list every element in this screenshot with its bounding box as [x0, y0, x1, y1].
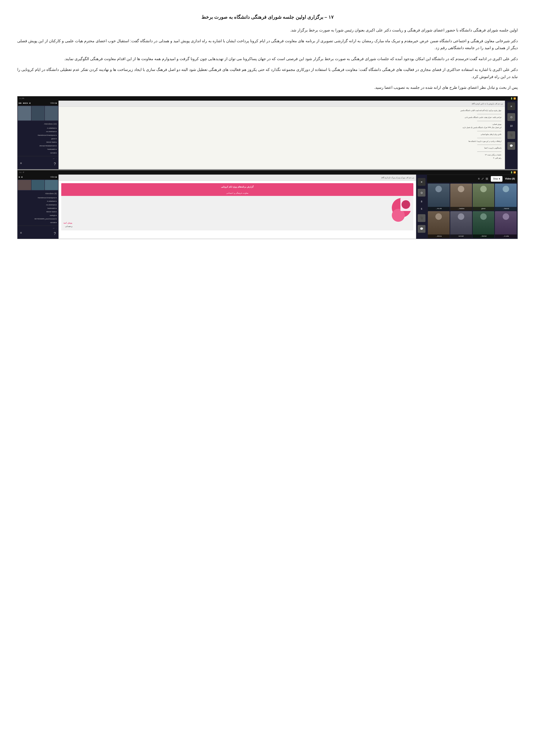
chat-icon-top[interactable]: 💬 — [507, 142, 515, 150]
attendee-3: ▸ Hamidreza Emamipour — [19, 134, 57, 137]
right-panel-bottom-icons-2: ? ≡ — [17, 229, 58, 239]
menu-lines-icon-bottom[interactable]: ≡ — [19, 229, 23, 238]
b-attendee-1: ▸ Hamidreza Emamipour — [19, 196, 57, 200]
participant-name-2: giase — [473, 207, 494, 210]
status-time-top: ۱۱:۲۹ — [19, 97, 24, 100]
attendees-title-bottom: Attendees (8) — [19, 192, 57, 195]
participant-name-5: m.alia... — [495, 234, 517, 238]
rv-cell-3 — [18, 180, 31, 190]
rv-cell-1 — [45, 180, 58, 190]
paragraph-5: پس از بحث و تبادل نظر اعضای شورا طرح های… — [17, 84, 518, 91]
video-grid-bottom: Hamid... giase hadiza... mr.shi... — [427, 183, 518, 239]
doc-filename-bottom: پی.دی.اف.پوران ویران ورک نازداری.pdf — [381, 176, 414, 179]
participant-name-7: nemati — [450, 234, 472, 238]
paragraph-2: دکتر شیرخانی معاون فرهنگی و اجتماعی دانش… — [17, 38, 518, 51]
status-bar-top: 📶 🔋 ۱۱:۲۹ — [17, 96, 518, 101]
menu-icon-bottom-sidebar[interactable]: ≡ — [418, 178, 425, 186]
b-attendee-6: ▸ sadegh — [19, 214, 57, 217]
right-panel-bottom-icons: ? ≡ — [17, 159, 58, 169]
attendees-bottom: Attendees (8) ▸ Hamidreza Emamipour ▸ m.… — [17, 191, 58, 226]
bottom-left-panel: Video (8) ● Stop ⊞ ⤢ ≡ — [427, 175, 518, 239]
chat-icon-bottom[interactable]: 💬 — [418, 225, 425, 233]
screenshot-bottom: 📶 🔋 ۱۱:۰۳ Video (8) ● Stop ⊞ ⤢ — [17, 170, 518, 239]
right-panel-top: ▶ Video ◀▶◀◀▶▶ Attendees (10) ▸ m.aliakb… — [17, 101, 58, 169]
doc-toolbar-top: پی.دی.اف.پاروش.یا.نه تاس اوچزد.pdf — [59, 101, 505, 107]
paragraph-1: اولین جلسه شورای فرهنگی دانشگاه با حضور … — [17, 27, 518, 34]
doc-toolbar-bottom: پی.دی.اف.پوران ویران ورک نازداری.pdf — [59, 175, 416, 180]
doc-image-area: پویش امید و همدلی — [61, 196, 413, 230]
stop-label: Stop — [493, 177, 498, 181]
participant-count-bottom: 8 — [421, 200, 422, 204]
participant-name-6: Mehdi... — [473, 234, 494, 238]
screenshot-top: 📶 🔋 ۱۱:۲۹ ≡ ⊙ 10 🎥 💬 پی.دی.اف.پاروش.یا.ن… — [17, 96, 518, 169]
toolbar-icons-bottom: ⊞ ⤢ ≡ — [478, 176, 488, 181]
attendee-2: ▸ mr.shirkhani — [19, 130, 57, 133]
video-participant-5: m.alia... — [495, 211, 517, 238]
paragraph-4: دکتر علی اکبری با اشاره به استفاده حداکث… — [17, 66, 518, 80]
status-icons-top: 📶 🔋 — [510, 97, 516, 100]
participant-count-bottom-2: 6 — [421, 207, 422, 211]
screenshots-container: 📶 🔋 ۱۱:۲۹ ≡ ⊙ 10 🎥 💬 پی.دی.اف.پاروش.یا.ن… — [17, 96, 518, 239]
attendee-7: ▸ hadizadeh — [19, 148, 57, 151]
attendee-8: ▸ nemati — [19, 151, 57, 155]
video-participant-6: Mehdi... — [473, 211, 494, 238]
menu-icon-top[interactable]: ≡ — [507, 102, 515, 110]
right-panel-bottom: ▶ Video ◀▶ Attendees (8) ▸ Hamidreza Ema… — [17, 175, 58, 239]
stop-icon: ● — [499, 177, 500, 181]
participant-name-8: Ahma... — [428, 234, 450, 238]
status-bar-bottom: 📶 🔋 ۱۱:۰۳ — [17, 170, 518, 175]
video-label-right-bottom: ▶ Video ◀▶ — [17, 175, 58, 179]
video-participant-4: mr.shi... — [428, 184, 450, 210]
video-participant-8: Ahma... — [428, 211, 450, 238]
target-icon-bottom[interactable]: ⊙ — [418, 189, 425, 197]
participant-count-top: 10 — [510, 124, 513, 128]
chat-top: Chat رو سلام. با پورموسوی. SEYEDAMIN_pou… — [17, 156, 58, 159]
b-attendee-2: ▸ m.aliakbari — [19, 200, 57, 203]
participant-name-1: Hamid... — [495, 207, 517, 210]
b-attendee-5: ▸ Mehdi Saidi — [19, 210, 57, 214]
pdf-lines-top: چهار رفزی مرکزی ارانه آیام نامه اپنیت ال… — [62, 109, 501, 160]
doc-logo-area — [401, 198, 411, 211]
bottom-toolbar: Video (8) ● Stop ⊞ ⤢ ≡ — [427, 175, 518, 183]
stop-button[interactable]: ● Stop — [491, 176, 502, 182]
main-doc-top: پی.دی.اف.پاروش.یا.نه تاس اوچزد.pdf چهار … — [58, 101, 505, 169]
chat-bottom: Chat جمع ری پورموسوی. hadizadeh: دورم دو… — [17, 226, 58, 229]
video-cell-2 — [32, 106, 44, 121]
menu-icon-bottom[interactable]: ≡ — [478, 176, 480, 181]
doc-content-top: چهار رفزی مرکزی ارانه آیام نامه اپنیت ال… — [59, 107, 505, 169]
left-sidebar-bottom: ≡ ⊙ 8 6 🎥 💬 — [416, 175, 427, 239]
grid-icon[interactable]: ⊞ — [486, 176, 488, 181]
camera-icon-top[interactable]: 🎥 — [507, 131, 515, 139]
video-badge: Video (8) — [505, 177, 515, 181]
help-icon-bottom[interactable]: ? — [53, 229, 57, 238]
participant-name-4: mr.shi... — [428, 207, 450, 210]
attendee-4: ▸ giase — [19, 137, 57, 141]
rv-cell-2 — [32, 180, 44, 190]
b-attendee-4: ▸ hadizadeh — [19, 207, 57, 210]
video-label-top: ▶ Video ◀▶◀◀▶▶ — [17, 101, 58, 105]
camera-icon-bottom[interactable]: 🎥 — [418, 214, 425, 222]
help-icon-top[interactable]: ? — [53, 160, 57, 168]
b-attendee-8: ▸ nemati — [19, 221, 57, 224]
video-cell-3 — [18, 106, 31, 121]
attendee-5: ▸ Mehdi Saidi — [19, 141, 57, 144]
menu-lines-icon-top[interactable]: ≡ — [19, 160, 23, 168]
video-participant-1: Hamid... — [495, 184, 517, 210]
video-participant-2: giase — [473, 184, 494, 210]
video-participant-7: nemati — [450, 211, 472, 238]
attendee-1: ▸ m.aliakbari — [19, 126, 57, 130]
left-sidebar-top: ≡ ⊙ 10 🎥 💬 — [505, 101, 518, 169]
fullscreen-icon[interactable]: ⤢ — [481, 176, 484, 181]
status-icons-bottom: 📶 🔋 — [510, 171, 516, 174]
paragraph-3: دکتر علی اکبری در ادامه گفت:خرسندم که در… — [17, 55, 518, 62]
main-doc-bottom: پی.دی.اف.پوران ویران ورک نازداری.pdf گزا… — [58, 175, 416, 239]
doc-pink-content: گزارش برنامه‌های ویژه ایام کرونایی معاون… — [59, 180, 416, 239]
b-attendee-3: ▸ mr.shirkhani — [19, 203, 57, 207]
doc-pink-subtitle: معاونت فرهنگی و اجتماعی — [61, 191, 413, 196]
status-time-bottom: ۱۱:۰۳ — [19, 171, 24, 174]
video-cell-1 — [45, 106, 58, 121]
target-icon[interactable]: ⊙ — [507, 113, 515, 121]
attendees-top: Attendees (10) ▸ m.aliakbari ▸ mr.shirkh… — [17, 121, 58, 156]
right-video-grid-top — [17, 106, 58, 121]
b-attendee-7: ▸ SEYEDAMIN_pourmousavi — [19, 217, 57, 221]
